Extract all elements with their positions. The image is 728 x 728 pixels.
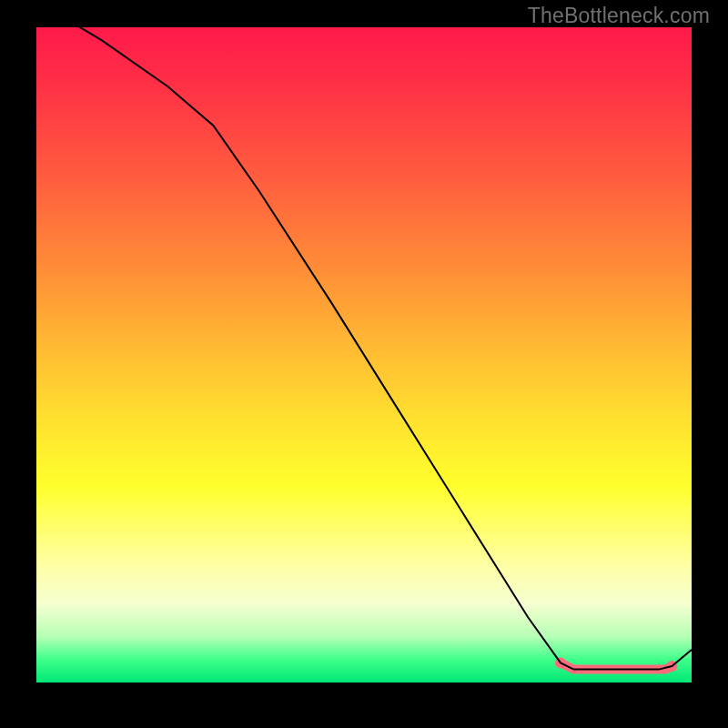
- watermark-label: TheBottleneck.com: [528, 4, 710, 28]
- chart-marker-path: [561, 662, 672, 669]
- chart-line-curve: [36, 27, 692, 670]
- chart-svg: [36, 27, 692, 682]
- chart-plot-area: [36, 27, 692, 682]
